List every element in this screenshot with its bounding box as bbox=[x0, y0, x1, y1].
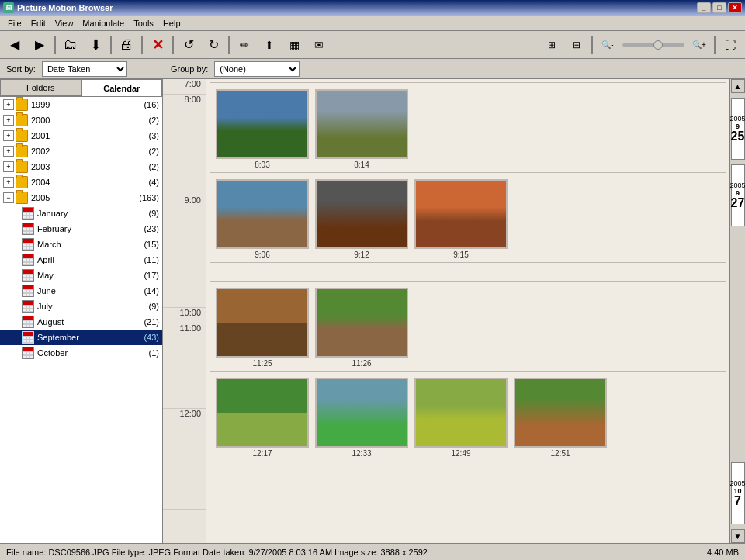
view-large-button[interactable]: ⊞ bbox=[540, 34, 563, 56]
nav-year-3: 2005 bbox=[730, 479, 746, 487]
toolbar-sep-3 bbox=[141, 36, 143, 54]
section-1000 bbox=[210, 262, 726, 278]
delete-button[interactable]: ✕ bbox=[146, 34, 169, 56]
menu-help[interactable]: Help bbox=[158, 17, 185, 29]
photo-item-912[interactable]: 9:12 bbox=[315, 179, 408, 259]
zoom-slider[interactable] bbox=[622, 43, 684, 47]
window-title: Picture Motion Browser bbox=[17, 3, 113, 12]
tab-folders[interactable]: Folders bbox=[0, 79, 81, 96]
rotate-left-button[interactable]: ↺ bbox=[177, 34, 200, 56]
nav-date-3[interactable]: 2005 10 7 bbox=[731, 462, 745, 524]
time-label-1100: 11:00 bbox=[163, 323, 206, 409]
forward-button[interactable]: ▶ bbox=[28, 34, 51, 56]
edit-button[interactable]: ✏ bbox=[233, 34, 256, 56]
photo-time-1233: 12:33 bbox=[352, 449, 371, 458]
photo-thumb-1251 bbox=[514, 378, 607, 448]
cal-icon-october bbox=[22, 347, 34, 359]
tree-item-2001[interactable]: + 2001 (3) bbox=[0, 128, 162, 143]
app-icon: 🖼 bbox=[3, 2, 14, 13]
photo-item-1249[interactable]: 12:49 bbox=[414, 378, 508, 458]
tree-item-2004[interactable]: + 2004 (4) bbox=[0, 175, 162, 190]
rotate-right-button[interactable]: ↻ bbox=[202, 34, 225, 56]
tree-item-2002[interactable]: + 2002 (2) bbox=[0, 143, 162, 159]
nav-down-button[interactable]: ▼ bbox=[731, 529, 745, 543]
sort-select[interactable]: Date Taken bbox=[42, 61, 127, 77]
toolbar-sep-6 bbox=[591, 36, 593, 54]
tree-item-may[interactable]: May (17) bbox=[0, 268, 162, 283]
zoom-in-button[interactable]: 🔍+ bbox=[688, 34, 711, 56]
menu-view[interactable]: View bbox=[50, 17, 78, 29]
photo-item-915[interactable]: 9:15 bbox=[414, 179, 508, 259]
menu-manipulate[interactable]: Manipulate bbox=[78, 17, 129, 29]
tree-item-april[interactable]: April (11) bbox=[0, 252, 162, 268]
slideshow-button[interactable]: ▦ bbox=[282, 34, 306, 56]
item-name-2003: 2003 bbox=[31, 162, 146, 171]
tree-item-2000[interactable]: + 2000 (2) bbox=[0, 112, 162, 128]
tree-item-2005[interactable]: − 2005 (163) bbox=[0, 190, 162, 206]
email-button[interactable]: ✉ bbox=[307, 34, 331, 56]
tree-item-october[interactable]: October (1) bbox=[0, 345, 162, 361]
photo-item-814[interactable]: 8:14 bbox=[315, 89, 408, 169]
folder-icon-1999 bbox=[16, 99, 28, 111]
tree-item-september[interactable]: September (43) bbox=[0, 330, 162, 345]
tree-item-february[interactable]: February (23) bbox=[0, 221, 162, 237]
sidebar-tabs: Folders Calendar bbox=[0, 79, 162, 97]
nav-date-1[interactable]: 2005 9 25 bbox=[731, 98, 745, 160]
expand-1999[interactable]: + bbox=[3, 99, 14, 110]
status-bar: File name: DSC09566.JPG File type: JPEG … bbox=[0, 543, 745, 560]
toolbar: ◀ ▶ 🗂 ⬇ 🖨 ✕ ↺ ↻ ✏ ⬆ ▦ ✉ ⊞ ⊟ 🔍- 🔍+ ⛶ bbox=[0, 31, 745, 59]
back-button[interactable]: ◀ bbox=[3, 34, 26, 56]
tab-calendar[interactable]: Calendar bbox=[81, 79, 163, 96]
item-count-february: (23) bbox=[144, 224, 159, 233]
maximize-button[interactable]: □ bbox=[712, 2, 726, 13]
export-button[interactable]: ⬆ bbox=[258, 34, 281, 56]
tree-item-june[interactable]: June (14) bbox=[0, 283, 162, 299]
photo-item-1126[interactable]: 11:26 bbox=[315, 288, 408, 368]
photo-item-803[interactable]: 8:03 bbox=[216, 89, 309, 169]
item-name-august: August bbox=[37, 317, 140, 327]
view-film-button[interactable]: ⊟ bbox=[565, 34, 588, 56]
expand-2000[interactable]: + bbox=[3, 115, 14, 126]
photo-thumb-814 bbox=[315, 89, 408, 159]
photo-item-1251[interactable]: 12:51 bbox=[514, 378, 607, 458]
import-button[interactable]: ⬇ bbox=[84, 34, 107, 56]
item-name-1999: 1999 bbox=[31, 100, 140, 109]
menu-edit[interactable]: Edit bbox=[26, 17, 50, 29]
zoom-out-button[interactable]: 🔍- bbox=[596, 34, 619, 56]
tree-item-july[interactable]: July (9) bbox=[0, 299, 162, 314]
expand-2002[interactable]: + bbox=[3, 146, 14, 157]
close-button[interactable]: ✕ bbox=[728, 2, 742, 13]
status-size: 4.40 MB bbox=[707, 548, 739, 557]
nav-up-button[interactable]: ▲ bbox=[731, 79, 745, 93]
photo-item-1125[interactable]: 11:25 bbox=[216, 288, 309, 368]
tree-item-1999[interactable]: + 1999 (16) bbox=[0, 97, 162, 112]
menu-file[interactable]: File bbox=[3, 17, 26, 29]
minimize-button[interactable]: _ bbox=[697, 2, 711, 13]
expand-2004[interactable]: + bbox=[3, 177, 14, 188]
zoom-thumb bbox=[653, 40, 663, 50]
main-area: Folders Calendar + 1999 (16) + 2000 (2) … bbox=[0, 79, 745, 543]
browse-button[interactable]: 🗂 bbox=[59, 34, 82, 56]
folder-icon-2005 bbox=[16, 192, 28, 204]
expand-2005[interactable]: − bbox=[3, 192, 14, 203]
fullscreen-button[interactable]: ⛶ bbox=[719, 34, 742, 56]
print-button[interactable]: 🖨 bbox=[115, 34, 138, 56]
nav-date-2[interactable]: 2005 9 27 bbox=[731, 164, 745, 226]
folder-icon-2000 bbox=[16, 114, 28, 126]
item-name-february: February bbox=[37, 224, 140, 233]
folder-icon-2002 bbox=[16, 145, 28, 157]
tree-item-january[interactable]: January (9) bbox=[0, 206, 162, 221]
item-count-1999: (16) bbox=[144, 100, 159, 109]
tree-item-august[interactable]: August (21) bbox=[0, 314, 162, 330]
photo-item-1217[interactable]: 12:17 bbox=[216, 378, 309, 458]
expand-2001[interactable]: + bbox=[3, 130, 14, 141]
folder-icon-2001 bbox=[16, 130, 28, 142]
menu-tools[interactable]: Tools bbox=[129, 17, 158, 29]
group-select[interactable]: (None) bbox=[214, 61, 300, 77]
tree-item-2003[interactable]: + 2003 (2) bbox=[0, 159, 162, 175]
photo-item-1233[interactable]: 12:33 bbox=[315, 378, 408, 458]
tree-item-march[interactable]: March (15) bbox=[0, 237, 162, 252]
photo-item-906[interactable]: 9:06 bbox=[216, 179, 309, 259]
photo-time-1126: 11:26 bbox=[352, 359, 371, 368]
expand-2003[interactable]: + bbox=[3, 161, 14, 172]
